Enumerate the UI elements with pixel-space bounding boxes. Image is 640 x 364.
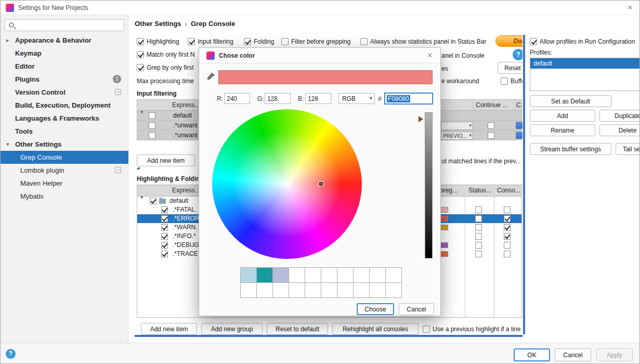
help-button[interactable]: ? bbox=[6, 349, 16, 359]
swatch-cell[interactable] bbox=[289, 268, 305, 283]
sidebar-item-maven-helper[interactable]: Maven Helper bbox=[1, 177, 128, 190]
column-header-expression[interactable]: Express... bbox=[172, 187, 200, 194]
rename-profile-button[interactable]: Rename bbox=[530, 124, 595, 136]
blue-field[interactable] bbox=[305, 93, 331, 104]
status-checkbox[interactable] bbox=[475, 242, 482, 249]
delete-profile-button[interactable]: Delete bbox=[599, 124, 640, 136]
sidebar-item-plugins[interactable]: Plugins 1 bbox=[1, 73, 128, 86]
window-close-icon[interactable]: ✕ bbox=[625, 3, 635, 12]
eyedropper-icon[interactable] bbox=[205, 72, 216, 84]
swatch-cell[interactable] bbox=[386, 283, 402, 298]
brightness-slider[interactable] bbox=[425, 112, 433, 258]
row-checkbox[interactable] bbox=[149, 132, 155, 139]
swatch-cell[interactable] bbox=[257, 283, 273, 298]
swatch-cell[interactable] bbox=[241, 283, 257, 298]
swatch-cell[interactable] bbox=[337, 268, 354, 283]
folding-checkbox[interactable]: Folding bbox=[244, 37, 274, 46]
apply-button[interactable]: Apply bbox=[596, 348, 633, 361]
search-input[interactable] bbox=[5, 19, 124, 31]
row-checkbox[interactable] bbox=[161, 233, 168, 240]
column-header-expression[interactable]: Express... bbox=[172, 101, 200, 109]
row-checkbox[interactable] bbox=[161, 215, 168, 222]
foreground-swatch[interactable] bbox=[440, 225, 448, 230]
stream-buffer-settings-button[interactable]: Stream buffer settings bbox=[530, 143, 611, 155]
row-checkbox[interactable] bbox=[149, 112, 155, 119]
swatch-cell[interactable] bbox=[273, 268, 289, 283]
row-checkbox[interactable] bbox=[488, 122, 494, 129]
rehighlight-all-consoles-button[interactable]: Rehighlight all consoles bbox=[332, 323, 419, 335]
swatch-cell[interactable] bbox=[305, 268, 321, 283]
input-filtering-checkbox[interactable]: Input filtering bbox=[188, 37, 233, 46]
column-header-foreground[interactable]: oreg... bbox=[440, 187, 458, 194]
row-checkbox[interactable] bbox=[150, 198, 156, 204]
swatch-cell[interactable] bbox=[241, 268, 257, 283]
row-checkbox[interactable] bbox=[161, 242, 168, 249]
sidebar-item-languages-frameworks[interactable]: Languages & Frameworks bbox=[1, 112, 128, 125]
swatch-cell[interactable] bbox=[305, 283, 321, 298]
color-mode-dropdown[interactable]: RGB ▾ bbox=[338, 93, 375, 104]
swatch-cell[interactable] bbox=[321, 268, 337, 283]
filter-before-grepping-checkbox[interactable]: Filter before grepping bbox=[281, 37, 350, 46]
continue-dropdown[interactable]: ▾ bbox=[441, 122, 473, 130]
ok-button[interactable]: OK bbox=[514, 348, 550, 361]
help-button[interactable]: ? bbox=[513, 49, 523, 60]
hex-field[interactable]: F08080 bbox=[384, 93, 433, 105]
dialog-close-icon[interactable]: ✕ bbox=[425, 51, 435, 60]
sidebar-item-appearance-behavior[interactable]: ▸ Appearance & Behavior bbox=[1, 34, 128, 47]
brightness-slider-handle[interactable] bbox=[419, 116, 423, 122]
sidebar-item-mybatis[interactable]: Mybatis bbox=[1, 190, 128, 203]
swatch-cell[interactable] bbox=[354, 283, 370, 298]
add-new-item-button[interactable]: Add new item bbox=[137, 154, 195, 166]
swatch-cell[interactable] bbox=[386, 268, 402, 283]
row-checkbox[interactable] bbox=[488, 132, 494, 139]
color-wheel-marker[interactable] bbox=[319, 182, 323, 186]
sidebar-item-other-settings[interactable]: ▾ Other Settings bbox=[1, 138, 128, 151]
row-checkbox[interactable] bbox=[149, 122, 155, 129]
swatch-cell[interactable] bbox=[354, 268, 370, 283]
console-checkbox[interactable] bbox=[504, 224, 511, 231]
sidebar-item-lombok-plugin[interactable]: Lombok plugin bbox=[1, 164, 128, 177]
green-field[interactable] bbox=[265, 93, 291, 104]
console-checkbox[interactable] bbox=[504, 233, 511, 240]
swatch-cell[interactable] bbox=[289, 283, 305, 298]
foreground-swatch[interactable] bbox=[440, 251, 448, 257]
console-checkbox[interactable] bbox=[504, 215, 511, 222]
row-checkbox[interactable] bbox=[161, 251, 168, 257]
row-checkbox[interactable] bbox=[161, 206, 168, 213]
foreground-swatch[interactable] bbox=[440, 207, 448, 213]
foreground-swatch[interactable] bbox=[440, 242, 448, 248]
reset-to-default-button[interactable]: Reset to default bbox=[267, 323, 328, 335]
console-checkbox[interactable] bbox=[504, 206, 511, 213]
sidebar-item-keymap[interactable]: Keymap bbox=[1, 47, 128, 60]
buffer-checkbox[interactable]: Buffer bbox=[501, 76, 523, 86]
vertical-scrollbar[interactable] bbox=[523, 35, 525, 334]
column-header-console[interactable]: Conso... bbox=[497, 187, 520, 194]
profiles-list[interactable]: default bbox=[530, 58, 640, 91]
statistics-statusbar-checkbox[interactable]: Always show statistics panel in Status B… bbox=[360, 37, 486, 46]
donate-button[interactable]: Donate bbox=[495, 35, 523, 47]
set-as-default-button[interactable]: Set as Default bbox=[530, 95, 611, 107]
allow-profiles-checkbox[interactable]: Allow profiles in Run Configuration bbox=[530, 37, 635, 46]
chevron-down-icon[interactable]: ▾ bbox=[140, 109, 143, 115]
chevron-down-icon[interactable]: ▾ bbox=[140, 194, 143, 201]
red-field[interactable] bbox=[224, 93, 250, 104]
swatch-cell[interactable] bbox=[337, 283, 354, 298]
swatch-cell[interactable] bbox=[370, 268, 386, 283]
add-new-item-button[interactable]: Add new item bbox=[141, 323, 197, 335]
sidebar-item-version-control[interactable]: Version Control bbox=[1, 86, 128, 99]
foreground-swatch[interactable] bbox=[440, 216, 448, 222]
continue-dropdown[interactable]: PREVIO...▾ bbox=[441, 132, 473, 140]
sidebar-item-editor[interactable]: Editor bbox=[1, 60, 128, 73]
highlighting-checkbox[interactable]: Highlighting bbox=[137, 37, 179, 46]
status-checkbox[interactable] bbox=[475, 251, 482, 257]
column-header-continue[interactable]: Continue ... bbox=[476, 101, 507, 109]
sidebar-item-build-execution[interactable]: Build, Execution, Deployment bbox=[1, 99, 128, 112]
status-checkbox[interactable] bbox=[475, 215, 482, 222]
cancel-button[interactable]: Cancel bbox=[555, 348, 591, 361]
breadcrumb-section[interactable]: Other Settings bbox=[135, 20, 181, 28]
horizontal-scrollbar[interactable] bbox=[135, 335, 523, 337]
splitter-handle-icon[interactable]: ▴▾ bbox=[137, 166, 140, 171]
profile-list-item-selected[interactable]: default bbox=[530, 58, 639, 69]
match-only-first-checkbox[interactable]: Match only first N bbox=[137, 50, 195, 59]
status-checkbox[interactable] bbox=[475, 206, 482, 213]
